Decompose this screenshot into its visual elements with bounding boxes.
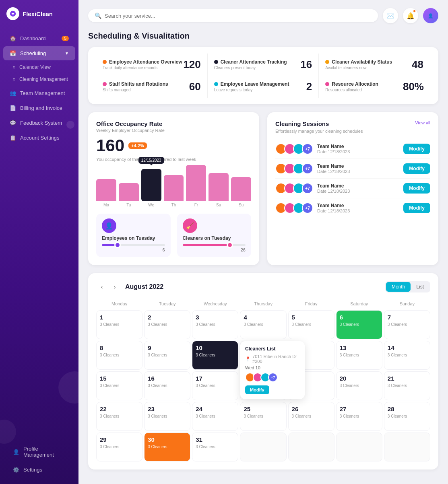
cal-cell-29[interactable]: 293 Cleaners [96, 433, 142, 461]
cal-date-5: 5 [292, 314, 331, 321]
main-content: 🔍 ✉️ 🔔 👤 Scheduling & Visualitation Empl… [78, 0, 448, 484]
sidebar-item-team-management[interactable]: 👥 Team Management [3, 86, 75, 100]
cal-cell-10[interactable]: 103 CleanersCleaners List📍7011 Ribelin R… [192, 341, 238, 370]
cal-cell-27[interactable]: 273 Cleaners [336, 402, 382, 431]
cal-cleaners-27: 3 Cleaners [340, 414, 379, 418]
cal-date-28: 28 [388, 406, 427, 412]
cal-cell-25[interactable]: 253 Cleaners [240, 402, 286, 431]
stat-dot-4 [214, 82, 218, 86]
session-av-more: +7 [302, 183, 313, 194]
bar-su[interactable] [231, 177, 251, 201]
cal-cell-20[interactable]: 203 Cleaners [336, 371, 382, 400]
cal-cell-15[interactable]: 153 Cleaners [96, 371, 142, 400]
cal-cell-17[interactable]: 173 Cleaners [192, 371, 238, 400]
sidebar-item-billing[interactable]: 📄 Billing and Invoice [3, 101, 75, 115]
cal-cell-3[interactable]: 33 Cleaners [192, 310, 238, 339]
search-bar[interactable]: 🔍 [88, 9, 378, 22]
cal-cell-21[interactable]: 213 Cleaners [384, 371, 430, 400]
sidebar-item-settings[interactable]: ⚙️ Settings [6, 463, 72, 477]
modify-button-1[interactable]: Modify [403, 163, 430, 174]
sidebar-item-profile[interactable]: 👤 Profile Management [6, 442, 72, 462]
cal-cell-2[interactable]: 23 Cleaners [144, 310, 190, 339]
bar-mo[interactable] [96, 179, 116, 201]
calendar-prev-button[interactable]: ‹ [96, 281, 107, 292]
cal-date-31: 31 [196, 436, 235, 443]
bar-th[interactable] [164, 175, 184, 201]
cal-cleaners-30: 3 Cleaners [148, 445, 187, 449]
popup-modify-button[interactable]: Modify [245, 385, 269, 394]
sidebar-item-account-settings[interactable]: 📋 Account Settings [3, 131, 75, 145]
cal-cleaners-21: 3 Cleaners [388, 383, 427, 388]
calendar-list-view-button[interactable]: List [411, 282, 429, 292]
sidebar-item-scheduling[interactable]: 📅 Scheduling ▼ [3, 46, 75, 60]
cal-date-24: 24 [196, 406, 235, 412]
calendar-next-button[interactable]: › [109, 281, 120, 292]
cal-cleaners-2: 3 Cleaners [148, 322, 187, 327]
cal-cell-31[interactable]: 313 Cleaners [192, 433, 238, 461]
account-settings-icon: 📋 [10, 135, 16, 141]
cal-cell-14[interactable]: 143 Cleaners [384, 341, 430, 370]
bar-fr[interactable] [186, 165, 206, 201]
sidebar-label-account-settings: Account Settings [20, 135, 60, 141]
page-title: Scheduling & Visualitation [88, 31, 438, 41]
cal-cell-24[interactable]: 243 Cleaners [192, 402, 238, 431]
logo-text: FlexiClean [23, 10, 53, 17]
cal-cell-6[interactable]: 63 Cleaners [336, 310, 382, 339]
bar-label-su: Su [231, 203, 251, 207]
cal-cleaners-5: 3 Cleaners [292, 322, 331, 327]
sidebar-item-feedback[interactable]: 💬 Feedback System [3, 116, 75, 130]
cal-cell-26[interactable]: 263 Cleaners [288, 402, 334, 431]
stat-employee-leave: Employee Leave Management Leave requests… [208, 76, 319, 98]
location-icon: 📍 [245, 356, 251, 362]
bar-label-th: Th [164, 203, 184, 207]
cal-cell-8[interactable]: 83 Cleaners [96, 341, 142, 370]
sidebar-item-dashboard[interactable]: 🏠 Dashboard 5 [3, 31, 75, 45]
bar-tu[interactable] [119, 183, 139, 201]
profile-icon: 👤 [13, 449, 19, 455]
cal-date-6: 6 [340, 314, 379, 321]
view-all-link[interactable]: View all [415, 120, 430, 125]
cal-cell-23[interactable]: 233 Cleaners [144, 402, 190, 431]
stat-dot-5 [325, 82, 329, 86]
cal-cell-7[interactable]: 73 Cleaners [384, 310, 430, 339]
bar-label-we: We [141, 203, 161, 207]
cal-cell-5[interactable]: 53 Cleaners [288, 310, 334, 339]
occupancy-sub: Weekly Employer Occupancy Rate [96, 128, 251, 133]
search-input[interactable] [105, 13, 372, 19]
modify-button-0[interactable]: Modify [403, 144, 430, 154]
notification-button[interactable]: 🔔 [403, 8, 418, 23]
cal-cell-16[interactable]: 163 Cleaners [144, 371, 190, 400]
sessions-header: Cleaning Sessions View all [275, 120, 430, 127]
sidebar-label-settings: Settings [23, 467, 42, 473]
cal-cell-22[interactable]: 223 Cleaners [96, 402, 142, 431]
sidebar-label-cleaning-management: Cleaning Management [19, 76, 68, 82]
cal-cell-9[interactable]: 93 Cleaners [144, 341, 190, 370]
cal-date-26: 26 [292, 406, 331, 412]
cal-date-1: 1 [100, 314, 139, 321]
modify-button-2[interactable]: Modify [403, 183, 430, 194]
stat-dot-1 [214, 60, 218, 64]
cal-cleaners-13: 3 Cleaners [340, 353, 379, 357]
cal-cell-30[interactable]: 303 Cleaners [144, 433, 190, 461]
modify-button-3[interactable]: Modify [403, 203, 430, 213]
mail-icon: ✉️ [386, 12, 394, 20]
avatar[interactable]: 👤 [423, 8, 438, 23]
bar-tooltip-we: 12/15/2023 [138, 157, 164, 164]
cal-cell-13[interactable]: 133 Cleaners [336, 341, 382, 370]
stat-dot-0 [103, 60, 107, 64]
logo: FlexiClean [0, 0, 78, 27]
sidebar-item-cleaning-management[interactable]: Cleaning Management [0, 73, 78, 85]
cal-cell-1[interactable]: 13 Cleaners [96, 310, 142, 339]
cal-cell-28[interactable]: 283 Cleaners [384, 402, 430, 431]
sessions-sub: Effortlessly manage your cleaning schedu… [275, 129, 430, 134]
session-item-0: +7Team NameDate 12/18/2023Modify [275, 139, 430, 159]
cal-cleaners-31: 3 Cleaners [196, 445, 235, 449]
cleaner-icon: 🧹 [186, 222, 194, 230]
mail-button[interactable]: ✉️ [383, 8, 398, 23]
cal-cell-4[interactable]: 43 Cleaners [240, 310, 286, 339]
popup-day-label: Wed 10 [245, 365, 300, 370]
sidebar-item-calendar-view[interactable]: Calendar View [0, 61, 78, 73]
bar-we[interactable]: 12/15/2023 [141, 169, 161, 201]
calendar-month-view-button[interactable]: Month [386, 282, 411, 292]
bar-sa[interactable] [209, 173, 229, 201]
